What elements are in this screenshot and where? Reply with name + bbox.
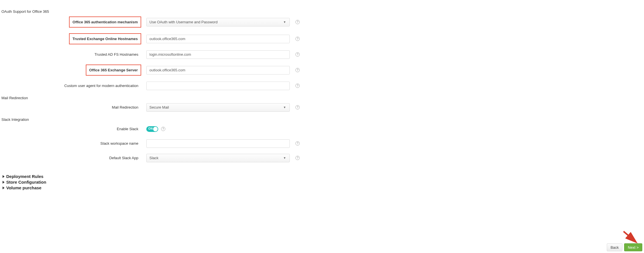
input-custom-user-agent[interactable] bbox=[146, 82, 290, 90]
row-trusted-hostnames: Trusted Exchange Online Hostnames ? bbox=[1, 33, 643, 44]
section-mail-redir-header: Mail Redirection bbox=[1, 96, 643, 100]
label-custom-user-agent: Custom user agent for modern authenticat… bbox=[61, 81, 141, 90]
toggle-enable-slack[interactable]: ON bbox=[146, 126, 158, 132]
row-custom-user-agent: Custom user agent for modern authenticat… bbox=[1, 81, 643, 90]
chevron-right-icon bbox=[3, 181, 5, 184]
label-slack-workspace: Slack workspace name bbox=[97, 139, 141, 148]
expander-deployment-rules[interactable]: Deployment Rules bbox=[3, 174, 643, 179]
help-icon[interactable]: ? bbox=[161, 127, 165, 131]
select-auth-mechanism-value: Use OAuth with Username and Password bbox=[149, 20, 218, 24]
caret-down-icon: ▼ bbox=[283, 156, 286, 159]
row-auth-mechanism: Office 365 authentication mechanism Use … bbox=[1, 16, 643, 28]
select-auth-mechanism[interactable]: Use OAuth with Username and Password ▼ bbox=[146, 18, 290, 26]
help-icon[interactable]: ? bbox=[295, 52, 300, 57]
toggle-knob bbox=[153, 127, 158, 131]
help-icon[interactable]: ? bbox=[295, 141, 300, 146]
input-slack-workspace[interactable] bbox=[146, 139, 290, 148]
help-icon[interactable]: ? bbox=[295, 37, 300, 41]
expander-label: Volume purchase bbox=[6, 185, 41, 190]
toggle-state-label: ON bbox=[148, 127, 153, 130]
label-default-slack-app: Default Slack App bbox=[106, 154, 141, 162]
annotation-arrow-icon bbox=[622, 230, 639, 244]
help-icon[interactable]: ? bbox=[295, 68, 300, 72]
label-adfs-hostnames: Trusted AD FS Hostnames bbox=[92, 50, 141, 59]
expander-store-configuration[interactable]: Store Configuration bbox=[3, 180, 643, 184]
expander-label: Deployment Rules bbox=[6, 174, 43, 179]
chevron-right-icon bbox=[3, 175, 5, 178]
row-mail-redirection: Mail Redirection Secure Mail ▼ ? bbox=[1, 103, 643, 112]
label-trusted-hostnames: Trusted Exchange Online Hostnames bbox=[69, 33, 141, 44]
help-icon[interactable]: ? bbox=[295, 84, 300, 88]
select-mail-redirection-value: Secure Mail bbox=[149, 105, 169, 109]
label-enable-slack: Enable Slack bbox=[114, 125, 141, 133]
section-oauth-header: OAuth Support for Office 365 bbox=[1, 9, 643, 14]
chevron-right-icon bbox=[3, 186, 5, 189]
select-mail-redirection[interactable]: Secure Mail ▼ bbox=[146, 103, 290, 112]
back-button[interactable]: Back bbox=[607, 243, 622, 251]
row-slack-workspace: Slack workspace name ? bbox=[1, 139, 643, 148]
input-trusted-hostnames[interactable] bbox=[146, 35, 290, 43]
help-icon[interactable]: ? bbox=[295, 156, 300, 160]
select-default-slack-app[interactable]: Slack ▼ bbox=[146, 154, 290, 162]
row-adfs-hostnames: Trusted AD FS Hostnames ? bbox=[1, 50, 643, 59]
label-auth-mechanism: Office 365 authentication mechanism bbox=[69, 16, 141, 28]
caret-down-icon: ▼ bbox=[283, 20, 286, 24]
row-default-slack-app: Default Slack App Slack ▼ ? bbox=[1, 154, 643, 162]
footer-buttons: Back Next > bbox=[607, 243, 642, 251]
row-exchange-server: Office 365 Exchange Server ? bbox=[1, 65, 643, 76]
caret-down-icon: ▼ bbox=[283, 106, 286, 109]
help-icon[interactable]: ? bbox=[295, 20, 300, 24]
row-enable-slack: Enable Slack ON ? bbox=[1, 125, 643, 133]
input-exchange-server[interactable] bbox=[146, 66, 290, 74]
label-exchange-server: Office 365 Exchange Server bbox=[86, 65, 141, 76]
svg-line-0 bbox=[624, 231, 635, 242]
input-adfs-hostnames[interactable] bbox=[146, 50, 290, 59]
select-default-slack-app-value: Slack bbox=[149, 156, 159, 160]
help-icon[interactable]: ? bbox=[295, 105, 300, 109]
label-mail-redirection: Mail Redirection bbox=[109, 103, 141, 112]
expander-volume-purchase[interactable]: Volume purchase bbox=[3, 185, 643, 190]
next-button[interactable]: Next > bbox=[624, 243, 642, 251]
expander-label: Store Configuration bbox=[6, 180, 46, 184]
section-slack-header: Slack Integration bbox=[1, 117, 643, 122]
